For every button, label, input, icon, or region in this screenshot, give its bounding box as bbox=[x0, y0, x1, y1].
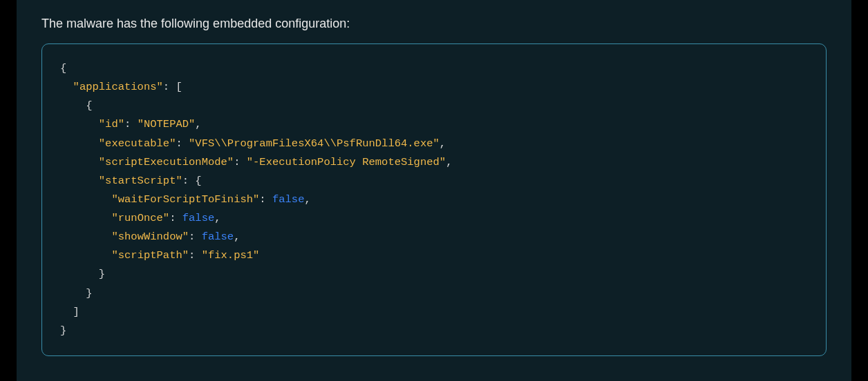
code-key: "waitForScriptToFinish" bbox=[111, 193, 259, 206]
code-bool: false bbox=[202, 231, 234, 243]
code-string: "fix.ps1" bbox=[202, 249, 260, 262]
code-line: } bbox=[60, 287, 93, 300]
code-punct: : { bbox=[182, 175, 202, 187]
code-string: "-ExecutionPolicy RemoteSigned" bbox=[247, 156, 446, 168]
code-punct: : bbox=[176, 137, 189, 150]
code-key: "scriptPath" bbox=[111, 249, 189, 262]
code-string: "VFS\\ProgramFilesX64\\PsfRunDll64.exe" bbox=[189, 137, 440, 150]
code-string: "NOTEPAD" bbox=[138, 118, 196, 130]
code-indent bbox=[60, 156, 99, 168]
code-punct: : bbox=[124, 118, 138, 130]
code-line: ] bbox=[60, 306, 79, 318]
intro-text: The malware has the following embedded c… bbox=[41, 17, 827, 31]
code-indent bbox=[60, 231, 111, 243]
code-key: "scriptExecutionMode" bbox=[99, 156, 234, 168]
code-punct: : bbox=[189, 231, 202, 243]
code-punct: , bbox=[446, 156, 452, 168]
code-punct: : [ bbox=[163, 81, 182, 93]
code-line: } bbox=[60, 324, 66, 337]
code-punct: : bbox=[169, 212, 182, 224]
code-punct: : bbox=[234, 156, 247, 168]
code-punct: , bbox=[440, 137, 446, 150]
code-key: "applications" bbox=[73, 81, 163, 93]
code-punct: , bbox=[214, 212, 220, 224]
code-key: "showWindow" bbox=[111, 231, 189, 243]
code-indent bbox=[60, 118, 99, 130]
code-indent bbox=[60, 175, 99, 187]
code-punct: : bbox=[189, 249, 202, 262]
code-key: "id" bbox=[99, 118, 124, 130]
code-key: "startScript" bbox=[99, 175, 182, 187]
code-line: { bbox=[60, 62, 66, 75]
code-indent bbox=[60, 249, 111, 262]
code-indent bbox=[60, 212, 111, 224]
code-indent bbox=[60, 137, 99, 150]
code-block: { "applications": [ { "id": "NOTEPAD", "… bbox=[41, 43, 827, 356]
code-indent bbox=[60, 81, 73, 93]
code-bool: false bbox=[182, 212, 215, 224]
content-panel: The malware has the following embedded c… bbox=[17, 0, 851, 381]
code-line: { bbox=[60, 99, 93, 112]
code-punct: , bbox=[234, 231, 240, 243]
code-key: "executable" bbox=[99, 137, 176, 150]
code-indent bbox=[60, 193, 111, 206]
code-key: "runOnce" bbox=[111, 212, 169, 224]
code-bool: false bbox=[272, 193, 305, 206]
code-punct: , bbox=[304, 193, 310, 206]
code-line: } bbox=[60, 268, 105, 280]
code-punct: : bbox=[259, 193, 272, 206]
code-punct: , bbox=[195, 118, 201, 130]
